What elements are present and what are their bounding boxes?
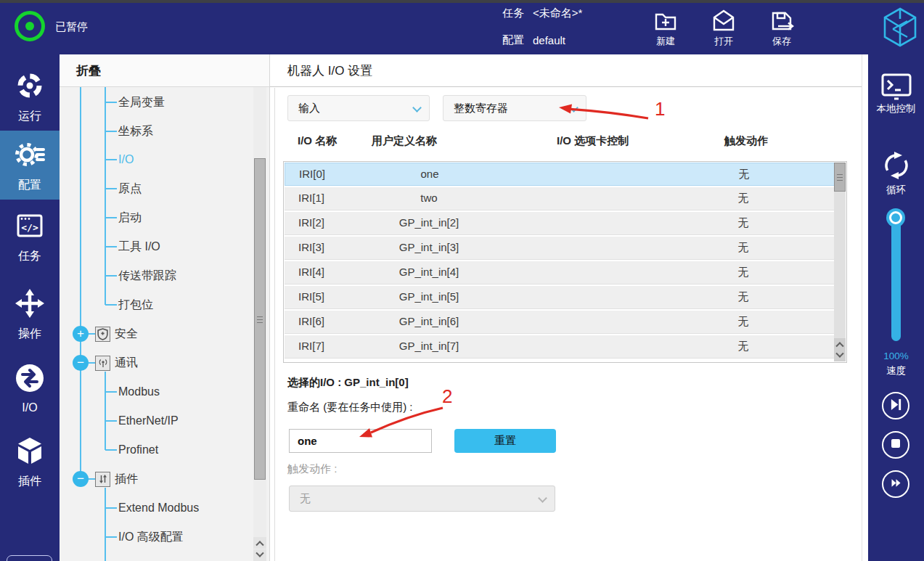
io-type-select[interactable]: 输入 [287, 95, 430, 121]
local-control-label: 本地控制 [868, 102, 924, 115]
nav-footer-button[interactable] [7, 555, 52, 561]
scroll-up-button[interactable] [834, 338, 846, 350]
tree-item-ethernet-ip[interactable]: EtherNet/IP [105, 411, 179, 431]
terminal-icon[interactable] [880, 71, 912, 103]
tree-connector [105, 275, 117, 277]
tree-scrollbar[interactable] [253, 87, 266, 561]
tree-item-label: 坐标系 [118, 124, 153, 139]
tree-item-label: 启动 [118, 210, 142, 226]
scroll-down-button[interactable] [834, 350, 846, 361]
collapse-icon[interactable]: − [73, 355, 89, 371]
cell-io-name: IRI[0] [287, 168, 338, 180]
expand-icon[interactable]: + [73, 326, 89, 342]
table-row[interactable]: IRI[2]GP_int_in[2]无 [285, 212, 846, 235]
nav-item-run[interactable]: 运行 [0, 62, 60, 131]
nav-item-config[interactable]: 配置 [0, 131, 60, 200]
tree-item-extend-modbus[interactable]: Extend Modbus [105, 498, 199, 518]
page-title: 机器人 I/O 设置 [270, 54, 862, 87]
cell-trigger: 无 [707, 266, 780, 279]
cell-io-name: IRI[3] [286, 241, 337, 253]
loop-icon[interactable] [880, 150, 912, 184]
tree-node-communication[interactable]: − 通讯 [73, 353, 138, 373]
tree-item-global-variables[interactable]: 全局变量 [105, 92, 165, 112]
tree-item-pallet[interactable]: 打包位 [105, 295, 153, 315]
tree-item-startup[interactable]: 启动 [105, 208, 142, 228]
speed-slider-handle[interactable] [886, 208, 905, 227]
tree-item-label: Modbus [118, 385, 160, 398]
collapse-icon[interactable]: − [73, 471, 89, 487]
cell-user-name: two [356, 192, 502, 204]
tree-connector [105, 131, 117, 132]
cell-user-name: GP_int_in[2] [356, 216, 502, 229]
cell-trigger: 无 [707, 192, 780, 205]
speed-slider-track[interactable] [891, 218, 901, 341]
table-scrollbar-thumb[interactable] [834, 163, 846, 192]
tree-item-coordinate-system[interactable]: 坐标系 [105, 121, 153, 142]
status-label: 已暂停 [55, 20, 88, 34]
config-tree-panel: 折叠 全局变量 坐标系 I/O 原点 启动 工具 I/O 传送带跟踪 打包位 +… [60, 54, 270, 561]
cell-trigger: 无 [707, 216, 780, 230]
tree-connector [89, 478, 95, 480]
new-button[interactable]: 新建 [643, 7, 688, 48]
table-row[interactable]: IRI[6]GP_int_in[6]无 [285, 311, 846, 334]
config-label: 配置 [502, 33, 524, 47]
register-type-value: 整数寄存器 [454, 102, 508, 115]
rename-input[interactable] [289, 429, 432, 453]
tree-item-home[interactable]: 原点 [105, 179, 142, 199]
scroll-down-button[interactable] [253, 549, 266, 561]
chevron-down-icon [835, 350, 843, 358]
stop-button[interactable] [882, 431, 909, 459]
antenna-icon [95, 356, 110, 371]
tree-node-safety[interactable]: + 安全 [73, 324, 138, 344]
tree-item-io[interactable]: I/O [105, 150, 134, 170]
tree-connector [89, 333, 95, 335]
rename-label: 重命名 (要在任务中使用) : [287, 401, 413, 414]
cell-trigger: 无 [707, 290, 780, 304]
tree-item-label: 安全 [115, 327, 138, 342]
scroll-up-button[interactable] [253, 537, 266, 549]
save-button[interactable]: 保存 [759, 7, 804, 48]
nav-item-operate[interactable]: 操作 [0, 279, 60, 348]
cell-io-name: IRI[4] [286, 266, 337, 278]
open-button[interactable]: 打开 [701, 7, 746, 48]
robot-status-indicator[interactable] [15, 11, 45, 41]
cell-trigger: 无 [707, 340, 780, 353]
tree-connector [105, 188, 117, 189]
table-row[interactable]: IRI[3]GP_int_in[3]无 [285, 237, 846, 260]
scrollbar-grip [257, 316, 263, 323]
tree-item-label: 传送带跟踪 [118, 269, 176, 284]
fast-forward-button[interactable] [882, 470, 909, 498]
nav-item-plugins[interactable]: 插件 [0, 427, 60, 496]
task-label: 任务 [502, 7, 524, 20]
table-row[interactable]: IRI[5]GP_int_in[5]无 [285, 286, 846, 309]
step-play-button[interactable] [882, 392, 909, 419]
io-swap-icon [13, 361, 46, 398]
table-row[interactable]: IRI[1]two无 [285, 187, 846, 210]
column-header-trigger: 触发动作 [724, 134, 768, 148]
tree-item-profinet[interactable]: Profinet [105, 440, 158, 460]
tree-scrollbar-thumb[interactable] [254, 158, 266, 480]
tree-collapse-header[interactable]: 折叠 [60, 54, 269, 87]
table-row[interactable]: IRI[7]GP_int_in[7]无 [285, 335, 846, 359]
table-row[interactable]: IRI[0]one无 [285, 163, 846, 186]
tree-node-plugins[interactable]: − 插件 [73, 469, 138, 489]
table-scrollbar[interactable] [834, 163, 846, 361]
run-icon [13, 69, 46, 105]
tree-trunk-line [80, 87, 81, 479]
tree-connector [89, 362, 95, 364]
left-sidebar: 运行 配置 </> 任务 操作 I/O 插件 [0, 54, 60, 561]
register-type-select[interactable]: 整数寄存器 [443, 95, 586, 121]
open-button-label: 打开 [701, 35, 746, 48]
tree-item-conveyor-tracking[interactable]: 传送带跟踪 [105, 266, 176, 286]
tree-item-label: I/O [118, 153, 134, 166]
nav-item-task[interactable]: </> 任务 [0, 202, 60, 271]
nav-item-label: 操作 [18, 327, 41, 342]
tree-item-tool-io[interactable]: 工具 I/O [105, 237, 160, 257]
tree-item-modbus[interactable]: Modbus [105, 382, 160, 402]
chevron-down-icon [255, 549, 263, 557]
reset-button[interactable]: 重置 [454, 429, 556, 453]
nav-item-io[interactable]: I/O [0, 353, 60, 422]
scrollbar-grip [837, 174, 843, 181]
tree-item-io-advanced[interactable]: I/O 高级配置 [105, 527, 184, 547]
table-row[interactable]: IRI[4]GP_int_in[4]无 [285, 261, 846, 284]
